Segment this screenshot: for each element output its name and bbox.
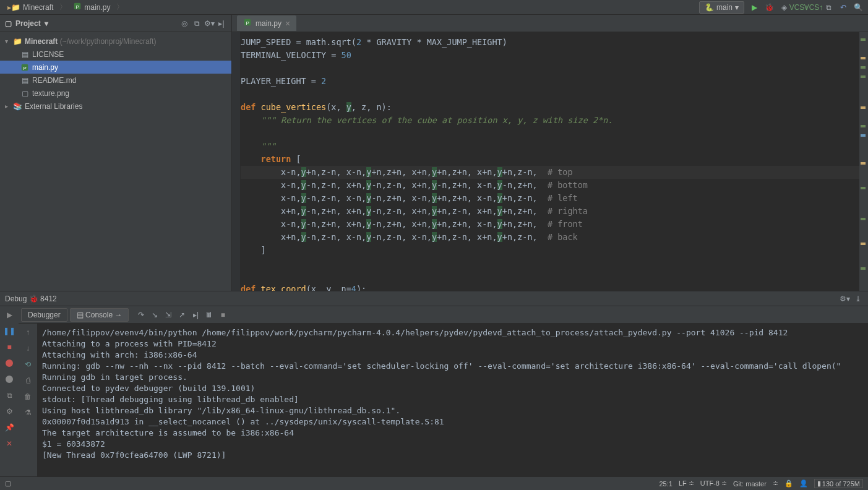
project-tool-window: ▢ Project ▾ ◎ ⧉ ⚙▾ ▸| ▾ 📁 Minecraft (~/w… bbox=[0, 15, 232, 291]
coverage-button[interactable]: ◈ bbox=[779, 2, 789, 12]
python-file-icon: P bbox=[73, 2, 82, 12]
console-icon: ▤ bbox=[77, 311, 84, 319]
inspect-icon[interactable]: 👤 bbox=[799, 479, 808, 488]
debug-tabs: Debugger ▤ Console → ↷ ↘ ⇲ ↗ ▸| 🖩 ■ bbox=[19, 306, 868, 324]
debug-console-output[interactable]: /home/filippov/evenv4/bin/python /home/f… bbox=[37, 324, 868, 476]
editor-tab-label: main.py bbox=[256, 19, 281, 28]
tab-debugger[interactable]: Debugger bbox=[21, 308, 67, 322]
svg-text:P: P bbox=[246, 20, 249, 26]
expand-arrow-icon[interactable]: ▸ bbox=[5, 103, 12, 110]
git-options-icon[interactable]: ≑ bbox=[773, 479, 778, 488]
vcs-history-button[interactable]: ⧉ bbox=[823, 2, 833, 12]
breadcrumb-project-label: Minecraft bbox=[23, 3, 53, 12]
git-branch[interactable]: Git: master bbox=[733, 480, 767, 488]
debug-button[interactable]: 🐞 bbox=[764, 2, 774, 12]
navbar: ▸📁 Minecraft 〉 P main.py 〉 🐍 main ▾ ▶ 🐞 … bbox=[0, 0, 868, 15]
memory-text: 130 of 725M bbox=[822, 480, 860, 488]
text-file-icon: ▤ bbox=[20, 76, 30, 85]
print-button[interactable]: ⎙ bbox=[22, 374, 34, 387]
bug-icon: 🐞 bbox=[29, 294, 38, 303]
tool-windows-icon[interactable]: ▢ bbox=[5, 479, 11, 488]
memory-indicator[interactable]: ▮ 130 of 725M bbox=[814, 479, 863, 488]
caret-position[interactable]: 25:1 bbox=[659, 480, 672, 488]
filter-button[interactable]: ⚗ bbox=[22, 406, 34, 419]
hide-panel-icon[interactable]: ▸| bbox=[217, 19, 226, 28]
breadcrumb-file-label: main.py bbox=[84, 3, 110, 12]
editor-area: P main.py × JUMP_SPEED = math.sqrt(2 * G… bbox=[232, 15, 868, 291]
close-button[interactable]: ✕ bbox=[3, 437, 15, 450]
gear-icon[interactable]: ⚙▾ bbox=[840, 294, 849, 304]
tree-label: LICENSE bbox=[32, 50, 64, 59]
python-file-icon: P bbox=[243, 18, 252, 28]
gear-icon[interactable]: ⚙▾ bbox=[204, 19, 214, 28]
stop-icon[interactable]: ■ bbox=[218, 310, 228, 320]
search-button[interactable]: 🔍 bbox=[853, 2, 863, 12]
breadcrumb-sep: 〉 bbox=[59, 2, 67, 12]
settings-button[interactable]: ⚙ bbox=[3, 405, 15, 418]
clear-button[interactable]: 🗑 bbox=[22, 390, 34, 403]
breadcrumb-project[interactable]: ▸📁 Minecraft bbox=[5, 2, 56, 13]
soft-wrap-button[interactable]: ⟲ bbox=[22, 358, 34, 371]
view-breakpoints-button[interactable] bbox=[3, 357, 15, 369]
tree-label: README.md bbox=[32, 76, 76, 85]
hide-panel-icon[interactable]: ⤓ bbox=[853, 294, 863, 304]
library-icon: 📚 bbox=[12, 102, 22, 111]
step-over-icon[interactable]: ↷ bbox=[136, 310, 146, 320]
layout-button[interactable]: ⧉ bbox=[3, 389, 15, 402]
editor-tab-main-py[interactable]: P main.py × bbox=[237, 15, 296, 31]
collapse-all-icon[interactable]: ⧉ bbox=[192, 19, 202, 28]
breadcrumb: ▸📁 Minecraft 〉 P main.py 〉 bbox=[5, 1, 126, 14]
file-encoding[interactable]: UTF-8 bbox=[700, 479, 720, 487]
run-config-selector[interactable]: 🐍 main ▾ bbox=[699, 1, 744, 14]
rerun-button[interactable]: ▶ bbox=[3, 309, 15, 321]
step-into-icon[interactable]: ↘ bbox=[150, 310, 160, 320]
debug-pid: 8412 bbox=[40, 294, 57, 303]
vcs-commit-button[interactable]: VCS↑ bbox=[809, 2, 819, 12]
pin-button[interactable]: 📌 bbox=[3, 421, 15, 434]
mute-breakpoints-button[interactable] bbox=[3, 373, 15, 385]
image-file-icon: ▢ bbox=[20, 89, 30, 98]
tree-file-texture[interactable]: ▢ texture.png bbox=[0, 87, 231, 100]
debug-tool-window: Debug 🐞 8412 ⚙▾ ⤓ ▶ ❚❚ ■ ⧉ ⚙ 📌 ✕ Debugge… bbox=[0, 291, 868, 476]
chevron-down-icon[interactable]: ▾ bbox=[45, 19, 48, 28]
svg-text:P: P bbox=[23, 65, 26, 71]
vcs-update-button[interactable]: VCS↓ bbox=[794, 2, 804, 12]
debug-title: Debug bbox=[5, 294, 27, 303]
editor-gutter[interactable] bbox=[232, 32, 241, 291]
expand-arrow-icon[interactable]: ▾ bbox=[5, 38, 12, 45]
tree-file-readme[interactable]: ▤ README.md bbox=[0, 74, 231, 87]
debug-header: Debug 🐞 8412 ⚙▾ ⤓ bbox=[0, 291, 868, 306]
tree-root-name: Minecraft bbox=[25, 37, 58, 46]
chevron-down-icon: ▾ bbox=[735, 3, 739, 12]
close-tab-icon[interactable]: × bbox=[285, 19, 290, 28]
svg-text:P: P bbox=[76, 4, 79, 10]
python-icon: 🐍 bbox=[705, 3, 714, 12]
run-to-cursor-icon[interactable]: ▸| bbox=[191, 310, 200, 320]
debug-left-toolbar: ▶ ❚❚ ■ ⧉ ⚙ 📌 ✕ bbox=[0, 306, 19, 476]
tree-root-path: (~/work/pythonproj/Minecraft) bbox=[60, 37, 157, 46]
undo-button[interactable]: ↶ bbox=[838, 2, 848, 12]
run-button[interactable]: ▶ bbox=[749, 2, 759, 12]
up-button[interactable]: ↑ bbox=[22, 326, 34, 338]
folder-icon: 📁 bbox=[12, 37, 22, 46]
lock-icon[interactable]: 🔒 bbox=[784, 479, 793, 488]
down-button[interactable]: ↓ bbox=[22, 342, 34, 355]
tree-file-main-py[interactable]: P main.py bbox=[0, 61, 231, 74]
force-step-into-icon[interactable]: ⇲ bbox=[163, 310, 173, 320]
project-panel-title: Project bbox=[15, 19, 41, 28]
tree-label: texture.png bbox=[32, 89, 69, 98]
pause-button[interactable]: ❚❚ bbox=[3, 325, 15, 337]
breadcrumb-file[interactable]: P main.py bbox=[71, 1, 113, 14]
stop-button[interactable]: ■ bbox=[3, 341, 15, 353]
project-view-icon: ▢ bbox=[5, 19, 12, 28]
project-root-node[interactable]: ▾ 📁 Minecraft (~/work/pythonproj/Minecra… bbox=[0, 35, 231, 48]
tab-console[interactable]: ▤ Console → bbox=[70, 308, 129, 322]
step-out-icon[interactable]: ↗ bbox=[177, 310, 187, 320]
source-code-editor[interactable]: JUMP_SPEED = math.sqrt(2 * GRAVITY * MAX… bbox=[241, 32, 859, 291]
scroll-to-source-icon[interactable]: ◎ bbox=[179, 19, 189, 28]
evaluate-icon[interactable]: 🖩 bbox=[204, 310, 214, 320]
tree-external-libraries[interactable]: ▸ 📚 External Libraries bbox=[0, 100, 231, 113]
error-stripe[interactable] bbox=[859, 32, 868, 291]
line-separator[interactable]: LF bbox=[679, 479, 687, 487]
tree-file-license[interactable]: ▤ LICENSE bbox=[0, 48, 231, 61]
